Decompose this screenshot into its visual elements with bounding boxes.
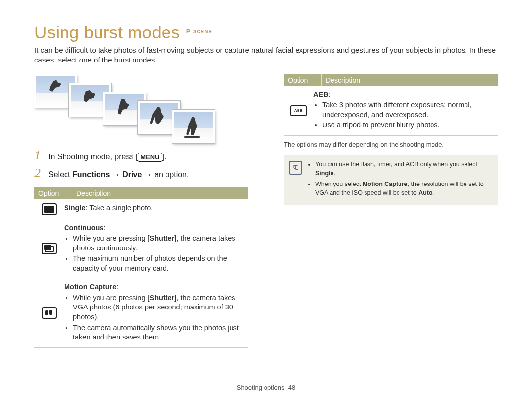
th-description-r: Description xyxy=(322,74,498,86)
footnote: The options may differ depending on the … xyxy=(284,141,498,148)
options-table-left: Option Description Single: Take a single… xyxy=(34,187,248,348)
continuous-bullet-2: The maximum number of photos depends on … xyxy=(73,254,245,273)
intro-text: It can be difficult to take photos of fa… xyxy=(34,45,498,65)
options-table-right: Option Description AEB AEB: Take 3 photo… xyxy=(284,74,498,136)
motion-capture-title: Motion Capture xyxy=(64,283,116,291)
mb1a: While you are pressing [ xyxy=(73,294,150,302)
step-2-num: 2 xyxy=(34,166,43,181)
step-2: 2 Select Functions → Drive → an option. xyxy=(34,166,248,181)
note-bullet-2: When you select Motion Capture, the reso… xyxy=(315,180,492,197)
svg-rect-0 xyxy=(184,136,200,138)
right-column: Option Description AEB AEB: Take 3 photo… xyxy=(284,74,498,348)
row-single: Single: Take a single photo. xyxy=(34,199,248,219)
footer-page: 48 xyxy=(288,384,295,391)
step-2-drive: Drive xyxy=(122,170,142,179)
step-1: 1 In Shooting mode, press [MENU]. xyxy=(34,148,248,163)
step-1-num: 1 xyxy=(34,148,43,163)
row-continuous: Continuous: While you are pressing [Shut… xyxy=(34,219,248,279)
note-box: You can use the flash, timer, and ACB on… xyxy=(284,155,498,206)
continuous-colon: : xyxy=(104,224,106,232)
motion-bullet-1: While you are pressing [Shutter], the ca… xyxy=(73,293,245,322)
cb1b: Shutter xyxy=(150,234,175,242)
th-option-r: Option xyxy=(284,74,322,86)
aeb-icon: AEB xyxy=(290,105,307,116)
continuous-title: Continuous xyxy=(64,224,104,232)
continuous-bullet-1: While you are pressing [Shutter], the ca… xyxy=(73,234,245,253)
note-icon xyxy=(289,161,302,175)
motion-capture-icon xyxy=(42,307,57,319)
step-1-pre: In Shooting mode, press [ xyxy=(48,153,138,161)
n1b: Single xyxy=(315,170,334,177)
aeb-bullet-1: Take 3 photos with different exposures: … xyxy=(322,100,495,120)
n2e: . xyxy=(432,189,434,196)
step-2-rest: → an option. xyxy=(142,170,189,179)
note-bullet-1: You can use the flash, timer, and ACB on… xyxy=(315,160,492,178)
step-2-pre: Select xyxy=(48,170,72,179)
burst-thumbnails xyxy=(34,74,248,138)
aeb-bullet-2: Use a tripod to prevent blurry photos. xyxy=(322,121,495,130)
motion-bullet-2: The camera automatically shows you the p… xyxy=(73,323,245,342)
footer-section: Shooting options xyxy=(237,384,285,391)
step-2-arrow1: → xyxy=(110,170,122,179)
step-1-text: In Shooting mode, press [MENU]. xyxy=(48,153,166,162)
row-motion-capture: Motion Capture: While you are pressing [… xyxy=(34,278,248,347)
page-footer: Shooting options 48 xyxy=(0,384,532,391)
mb1b: Shutter xyxy=(150,294,175,302)
single-title: Single xyxy=(64,204,86,212)
th-description: Description xyxy=(72,187,248,199)
n2a: When you select xyxy=(315,181,363,187)
single-desc: : Take a single photo. xyxy=(86,204,153,212)
step-2-text: Select Functions → Drive → an option. xyxy=(48,170,189,179)
n1c: . xyxy=(334,170,335,177)
table-header-right: Option Description xyxy=(284,74,498,86)
cb1a: While you are pressing [ xyxy=(73,234,150,242)
thumbnail-5 xyxy=(172,110,215,143)
th-option: Option xyxy=(34,187,72,199)
title-row: Using burst modes P SCENE xyxy=(34,23,498,42)
step-2-functions: Functions xyxy=(72,170,110,179)
aeb-title: AEB xyxy=(313,91,329,98)
row-aeb: AEB AEB: Take 3 photos with different ex… xyxy=(284,86,498,136)
mode-tag-p: P xyxy=(186,28,191,35)
mode-tag-scene: SCENE xyxy=(193,29,212,34)
table-header: Option Description xyxy=(34,187,248,199)
n2b: Motion Capture xyxy=(363,181,408,187)
step-1-post: ]. xyxy=(162,153,166,161)
single-icon xyxy=(42,203,57,215)
menu-button-label: MENU xyxy=(138,153,162,162)
n1a: You can use the flash, timer, and ACB on… xyxy=(315,161,477,168)
left-column: 1 In Shooting mode, press [MENU]. 2 Sele… xyxy=(34,74,248,348)
aeb-colon: : xyxy=(329,91,331,98)
n2d: Auto xyxy=(418,189,432,196)
motion-colon: : xyxy=(116,283,118,291)
mode-tag: P SCENE xyxy=(186,28,213,35)
page-title: Using burst modes xyxy=(34,23,180,42)
continuous-icon xyxy=(42,243,57,254)
